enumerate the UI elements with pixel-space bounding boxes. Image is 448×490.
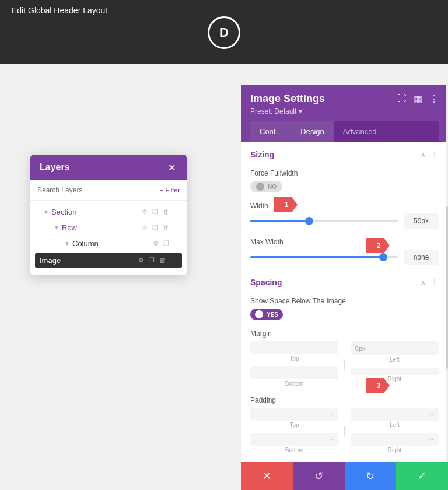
layer-icons-row: ⚙ ❐ 🗑 ⋮ (141, 223, 181, 232)
padding-right-col: ↔ Left ↔ Right (351, 408, 439, 453)
settings-icon-section[interactable]: ⚙ (141, 208, 148, 216)
layers-panel: Layers ✕ + Filter ▼ Section ⚙ ❐ 🗑 ⋮ ▼ (30, 155, 187, 275)
padding-bottom-field[interactable]: ↔ (250, 433, 338, 446)
layers-search-bar: + Filter (30, 180, 187, 201)
settings-header: Image Settings ⛶ ▦ ⋮ Preset: Default ▾ C… (241, 85, 448, 142)
margin-field: Margin ↔ Top ↔ Bottom (241, 325, 448, 391)
spacing-more-icon[interactable]: ⋮ (430, 278, 439, 287)
copy-icon-section[interactable]: ❐ (152, 208, 159, 216)
settings-icon-image[interactable]: ⚙ (138, 256, 145, 265)
padding-bottom-label: Bottom (250, 447, 338, 453)
caret-section: ▼ (43, 209, 51, 215)
margin-bottom-label: Bottom (250, 380, 338, 387)
spacing-controls: ∧ ⋮ (420, 278, 439, 287)
max-width-value-input[interactable] (404, 250, 439, 265)
more-icon-image[interactable]: ⋮ (170, 256, 177, 265)
padding-top-label: Top (250, 422, 338, 428)
spacing-title: Spacing (250, 278, 282, 287)
padding-field: Padding ↔ Top ↔ Bottom (241, 391, 448, 458)
redo-button[interactable]: ↻ (345, 462, 397, 490)
sizing-more-icon[interactable]: ⋮ (430, 150, 439, 159)
padding-left-field[interactable]: ↔ (351, 408, 439, 421)
max-width-slider-row (250, 250, 439, 265)
layer-icons-column: ⚙ ❐ ⋮ (152, 239, 181, 248)
layers-filter-button[interactable]: + Filter (160, 187, 180, 194)
layer-name-section: Section (51, 208, 141, 216)
caret-row: ▼ (54, 225, 62, 231)
divi-logo: D (208, 16, 240, 49)
top-bar: Edit Global Header Layout D (0, 0, 448, 64)
delete-icon-section[interactable]: 🗑 (162, 208, 170, 216)
settings-icon-column[interactable]: ⚙ (152, 239, 159, 248)
layer-item-section[interactable]: ▼ Section ⚙ ❐ 🗑 ⋮ (30, 204, 187, 220)
padding-left-label: Left (351, 422, 439, 428)
layer-icons-image: ⚙ ❐ 🗑 ⋮ (138, 256, 177, 265)
width-value-input[interactable] (404, 214, 439, 229)
layers-search-input[interactable] (37, 186, 160, 194)
margin-divider: | (338, 341, 351, 387)
margin-bottom-field[interactable]: ↔ (250, 366, 338, 379)
settings-header-icons: ⛶ ▦ ⋮ (397, 93, 439, 104)
max-width-slider-track[interactable] (250, 256, 398, 258)
delete-icon-row[interactable]: 🗑 (162, 223, 170, 232)
settings-tabs: Cont... Design Advanced (250, 121, 439, 142)
layers-close-button[interactable]: ✕ (166, 162, 177, 173)
layers-content: ▼ Section ⚙ ❐ 🗑 ⋮ ▼ Row ⚙ ❐ 🗑 ⋮ (30, 201, 187, 275)
save-button[interactable]: ✓ (396, 462, 448, 490)
cancel-button[interactable]: ✕ (241, 462, 293, 490)
settings-title-row: Image Settings ⛶ ▦ ⋮ (250, 93, 439, 105)
margin-right-label: Right (351, 376, 439, 382)
copy-icon-column[interactable]: ❐ (163, 239, 170, 248)
margin-top-label: Top (250, 355, 338, 362)
padding-left-col: ↔ Top ↔ Bottom (250, 408, 338, 453)
show-space-below-toggle[interactable]: YES (250, 309, 283, 320)
margin-label: Margin (250, 330, 439, 338)
width-slider-fill (250, 220, 309, 222)
max-width-slider-fill (250, 256, 383, 258)
show-space-below-label: Show Space Below The Image (250, 297, 439, 305)
force-fullwidth-field: Force Fullwidth NO (241, 164, 448, 197)
force-fullwidth-label: Force Fullwidth (250, 169, 439, 177)
padding-right-field[interactable]: ↔ (351, 433, 439, 446)
force-fullwidth-toggle[interactable]: NO (250, 181, 282, 192)
copy-icon-row[interactable]: ❐ (152, 223, 159, 232)
sizing-title: Sizing (250, 150, 274, 159)
delete-icon-image[interactable]: 🗑 (159, 256, 166, 265)
reset-button[interactable]: ↺ (293, 462, 345, 490)
tab-design[interactable]: Design (291, 121, 333, 142)
padding-top-field[interactable]: ↔ (250, 408, 338, 421)
sizing-collapse-icon[interactable]: ∧ (420, 150, 426, 159)
toggle-knob-off (256, 183, 264, 191)
layer-item-image[interactable]: Image ⚙ ❐ 🗑 ⋮ (35, 253, 182, 268)
more-options-icon[interactable]: ⋮ (429, 93, 439, 104)
layer-icons-section: ⚙ ❐ 🗑 ⋮ (141, 208, 181, 216)
scroll-track (446, 85, 448, 490)
spacing-section-header: Spacing ∧ ⋮ (241, 270, 448, 292)
margin-left-field[interactable]: 0px (351, 341, 439, 355)
settings-title: Image Settings (250, 93, 325, 105)
columns-icon[interactable]: ▦ (414, 93, 422, 104)
expand-icon[interactable]: ⛶ (397, 93, 407, 104)
margin-top-field[interactable]: ↔ (250, 341, 338, 354)
tab-content[interactable]: Cont... (250, 121, 291, 142)
more-icon-row[interactable]: ⋮ (173, 223, 181, 232)
more-icon-column[interactable]: ⋮ (173, 239, 181, 248)
toggle-yes-label: YES (267, 312, 278, 318)
layer-item-column[interactable]: ▼ Column ⚙ ❐ ⋮ (30, 236, 187, 251)
width-slider-track[interactable] (250, 220, 398, 222)
tab-advanced[interactable]: Advanced (334, 121, 386, 142)
settings-preset[interactable]: Preset: Default ▾ (250, 107, 439, 116)
width-slider-thumb[interactable] (305, 217, 313, 225)
scroll-thumb[interactable] (446, 206, 448, 369)
margin-right-field[interactable] (351, 368, 439, 374)
settings-icon-row[interactable]: ⚙ (141, 223, 148, 232)
page-title: Edit Global Header Layout (12, 6, 107, 15)
max-width-slider-thumb[interactable] (379, 253, 387, 261)
show-space-below-field: Show Space Below The Image YES (241, 292, 448, 325)
more-icon-section[interactable]: ⋮ (173, 208, 181, 216)
spacing-collapse-icon[interactable]: ∧ (420, 278, 426, 287)
layer-item-row[interactable]: ▼ Row ⚙ ❐ 🗑 ⋮ (30, 220, 187, 236)
margin-left-col: ↔ Top ↔ Bottom (250, 341, 338, 387)
toggle-no-label: NO (268, 184, 276, 190)
copy-icon-image[interactable]: ❐ (148, 256, 155, 265)
